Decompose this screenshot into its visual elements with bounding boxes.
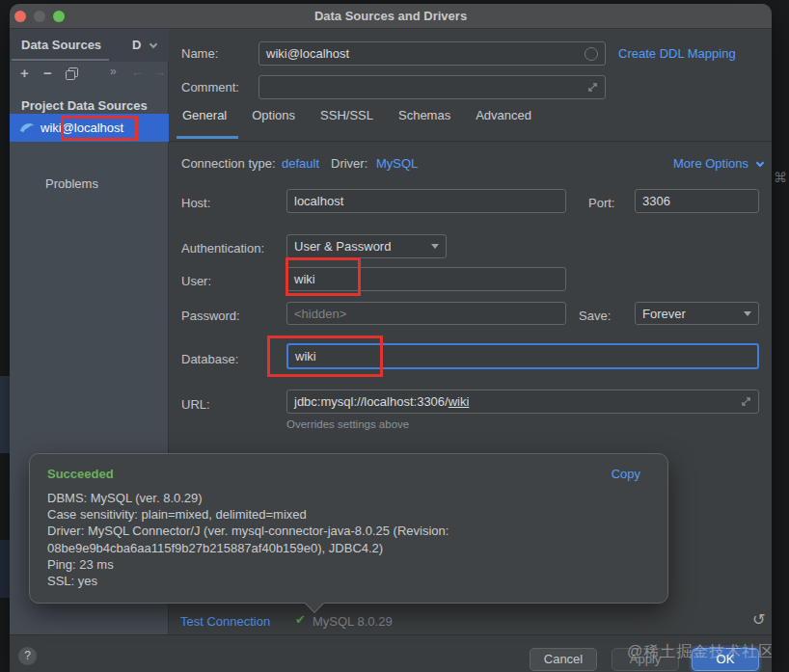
user-label: User: [181,274,211,288]
popup-line: Driver: MySQL Connector/J (ver. mysql-co… [47,523,449,539]
url-label: URL: [181,397,210,412]
popup-status: Succeeded [47,467,114,481]
help-button[interactable]: ? [18,647,37,665]
active-tab-indicator [177,136,238,139]
project-data-sources-header: Project Data Sources [21,98,148,113]
popup-line: DBMS: MySQL (ver. 8.0.29) [47,490,449,506]
user-input[interactable]: wiki [286,267,566,291]
apply-button[interactable]: Apply [612,648,679,671]
tabs-separator [169,141,772,142]
more-options-link[interactable]: More Options [673,156,763,171]
password-label: Password: [181,309,240,323]
check-icon: ✔ [295,612,306,627]
create-ddl-mapping-link[interactable]: Create DDL Mapping [618,46,736,61]
popup-line: Ping: 23 ms [47,556,449,573]
settings-tabs: General Options SSH/SSL Schemas Advanced [182,108,531,122]
comment-input[interactable] [258,75,606,99]
popup-notch [305,594,324,613]
sidebar-toolbar: + − » ← → [10,64,169,85]
popup-details: DBMS: MySQL (ver. 8.0.29) Case sensitivi… [47,490,449,589]
remove-data-source-button[interactable]: − [43,65,52,81]
expand-icon[interactable] [587,82,598,93]
dropdown-caret-icon [431,244,439,249]
tab-advanced[interactable]: Advanced [476,108,531,122]
revert-icon[interactable]: ↺ [752,610,765,629]
tab-drivers-truncated[interactable]: D [132,38,141,52]
name-spinner-icon [585,47,598,61]
duplicate-icon[interactable] [66,67,78,83]
db-version-text: MySQL 8.0.29 [313,614,393,629]
port-input[interactable]: 3306 [635,189,759,213]
background-left-strip [0,376,10,453]
popup-line: Case sensitivity: plain=mixed, delimited… [47,506,449,523]
more-actions-icon[interactable]: » [110,65,117,78]
save-label: Save: [579,309,611,323]
popup-line: 08be9e9b4cba6aa115f9b27b215887af40b159e0… [47,540,449,556]
driver-label: Driver: [331,156,367,171]
background-left-strip-2 [0,540,10,598]
password-input[interactable]: <hidden> [286,302,566,325]
database-label: Database: [181,352,238,366]
tab-schemas[interactable]: Schemas [398,108,450,122]
host-input[interactable]: localhost [286,189,566,213]
name-label: Name: [181,46,218,61]
popup-line: SSL: yes [47,573,449,589]
cancel-button[interactable]: Cancel [530,648,597,671]
data-source-label: wiki@localhost [41,121,123,135]
save-select[interactable]: Forever [635,302,759,325]
driver-value[interactable]: MySQL [376,156,418,171]
title-bar: Data Sources and Drivers [10,4,772,29]
expand-icon[interactable] [741,396,751,407]
window-title: Data Sources and Drivers [10,9,772,23]
url-hint: Overrides settings above [286,418,409,430]
forward-arrow-icon[interactable]: → [153,65,166,79]
tab-options[interactable]: Options [252,108,295,122]
connection-type-label: Connection type: [181,156,276,171]
test-connection-link[interactable]: Test Connection [180,614,270,629]
sidebar-item-problems[interactable]: Problems [45,176,98,191]
host-label: Host: [181,196,210,210]
tab-ssh-ssl[interactable]: SSH/SSL [320,108,373,122]
copy-link[interactable]: Copy [612,467,640,481]
active-tab-underline [12,59,109,61]
dropdown-caret-icon [744,311,751,316]
add-data-source-button[interactable]: + [20,65,29,81]
mysql-dolphin-icon [19,121,35,136]
url-input[interactable]: jdbc:mysql://localhost:3306/wiki [286,390,759,414]
back-arrow-icon[interactable]: ← [131,65,144,79]
chevron-down-icon[interactable] [150,40,157,48]
authentication-select[interactable]: User & Password [286,234,447,258]
data-sources-dialog: Data Sources and Drivers Data Sources D … [10,4,772,672]
chevron-down-icon [755,159,763,167]
name-input[interactable]: wiki@localhost [258,41,606,66]
port-label: Port: [588,196,614,210]
test-connection-result-popup: Succeeded Copy DBMS: MySQL (ver. 8.0.29)… [29,453,668,604]
connection-type-value[interactable]: default [282,156,319,171]
authentication-label: Authentication: [181,241,264,255]
database-input[interactable]: wiki [286,343,759,369]
command-icon: ⌘ [774,170,787,185]
tab-general[interactable]: General [182,108,227,122]
sidebar-tab-strip: Data Sources D [10,29,169,62]
comment-label: Comment: [181,80,239,94]
ok-button[interactable]: OK [692,648,759,671]
data-source-item-wiki-localhost[interactable]: wiki@localhost [10,114,169,142]
tab-data-sources[interactable]: Data Sources [21,38,101,52]
